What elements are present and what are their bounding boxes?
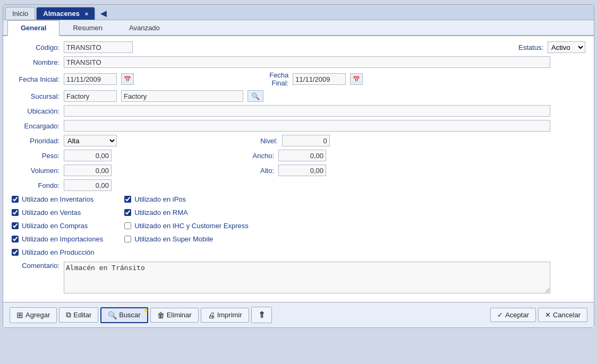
checkbox-ventas-input[interactable] [12, 209, 19, 216]
alto-label: Alto: [248, 167, 274, 175]
comentario-label: Comentario: [12, 262, 59, 270]
encargado-input[interactable] [64, 120, 550, 132]
sucursal-search-btn[interactable]: 🔍 [248, 90, 263, 102]
checkbox-rma-input[interactable] [124, 209, 131, 216]
peso-label: Peso: [12, 152, 59, 160]
up-arrows-icon: ⇑ [258, 310, 265, 320]
checkbox-compras-label: Utilizado en Compras [22, 222, 88, 230]
ubicacion-input[interactable] [64, 105, 550, 117]
agregar-button[interactable]: ⊞ Agregar [10, 307, 57, 323]
checkbox-inventarios-input[interactable] [12, 196, 19, 203]
fecha-inicial-label: Fecha Inicial: [12, 75, 59, 83]
nombre-label: Nombre: [12, 58, 59, 66]
checkbox-importaciones-label: Utilizado en Importaciones [22, 235, 103, 243]
cancelar-x-icon: ✕ [545, 311, 551, 319]
aceptar-label: Aceptar [505, 311, 529, 319]
checkbox-importaciones-input[interactable] [12, 236, 19, 242]
checkbox-importaciones: Utilizado en Importaciones [12, 235, 103, 243]
prioridad-label: Prioridad: [12, 137, 59, 145]
eliminar-label: Eliminar [167, 311, 192, 319]
tab-general-label: General [21, 24, 46, 32]
fondo-label: Fondo: [12, 181, 59, 189]
agregar-label: Agregar [25, 311, 50, 319]
checkbox-inventarios-label: Utilizado en Inventarios [22, 195, 93, 203]
row-ubicacion: Ubicación: [12, 105, 585, 117]
checkbox-ipos-label: Utilizado en iPos [134, 195, 186, 203]
tab-arrow-indicator: ◄ [98, 7, 109, 20]
aceptar-button[interactable]: ✓ Aceptar [490, 308, 536, 322]
aceptar-check-icon: ✓ [497, 311, 503, 319]
editar-button[interactable]: ⧉ Editar [59, 307, 98, 323]
checkbox-ihc: Utilizado en IHC y Customer Express [124, 222, 249, 230]
checkbox-ihc-input[interactable] [124, 222, 131, 229]
section-tabs: General Resumen Avanzado [3, 20, 594, 36]
main-window: Inicio Almacenes × ◄ General Resumen Ava… [3, 4, 594, 328]
row-sucursal: Sucursal: 🔍 [12, 90, 585, 102]
tab-almacenes-label: Almacenes [43, 10, 80, 18]
peso-input[interactable] [64, 150, 112, 161]
alto-input[interactable] [278, 164, 326, 176]
imprimir-icon: 🖨 [208, 311, 215, 319]
nombre-input[interactable] [64, 56, 550, 68]
checkbox-super: Utilizado en Super Mobile [124, 235, 249, 243]
checkbox-super-input[interactable] [124, 236, 131, 242]
checkbox-ventas: Utilizado en Ventas [12, 209, 103, 216]
encargado-label: Encargado: [12, 122, 59, 130]
estatus-label: Estatus: [511, 44, 543, 51]
fecha-final-label: FechaFinal: [251, 71, 288, 87]
row-nombre: Nombre: [12, 56, 585, 68]
row-fondo: Fondo: [12, 179, 585, 191]
prioridad-select[interactable]: Alta Media Baja [64, 135, 117, 146]
checkbox-ipos-input[interactable] [124, 196, 131, 203]
volumen-label: Volumen: [12, 167, 59, 175]
ubicacion-label: Ubicación: [12, 107, 59, 115]
fecha-inicial-calendar-btn[interactable]: 📅 [121, 73, 134, 85]
checkbox-produccion-input[interactable] [12, 249, 19, 256]
checkbox-compras-input[interactable] [12, 222, 19, 229]
up-arrows-button[interactable]: ⇑ [251, 307, 272, 323]
tab-almacenes[interactable]: Almacenes × [36, 7, 95, 20]
checkbox-inventarios: Utilizado en Inventarios [12, 195, 103, 203]
tab-resumen[interactable]: Resumen [59, 20, 116, 35]
cancelar-button[interactable]: ✕ Cancelar [538, 308, 587, 322]
buscar-label: Buscar [119, 311, 140, 319]
row-comentario: Comentario: Almacén en Tránsito [12, 262, 585, 293]
checkbox-rma-label: Utilizado en RMA [134, 209, 187, 216]
ancho-label: Ancho: [248, 152, 274, 160]
buscar-button[interactable]: 🔍 Buscar ✦ [100, 307, 148, 323]
buscar-icon: 🔍 [108, 311, 117, 319]
bottom-toolbar: ⊞ Agregar ⧉ Editar 🔍 Buscar ✦ 🗑 Eliminar… [3, 302, 594, 327]
fecha-final-calendar-btn[interactable]: 📅 [350, 73, 363, 85]
checkbox-ihc-label: Utilizado en IHC y Customer Express [134, 222, 249, 230]
row-prioridad: Prioridad: Alta Media Baja Nivel: [12, 135, 585, 146]
nivel-label: Nivel: [251, 137, 278, 145]
eliminar-button[interactable]: 🗑 Eliminar [150, 308, 199, 323]
nivel-input[interactable] [282, 135, 330, 146]
tab-avanzado[interactable]: Avanzado [116, 20, 173, 35]
ancho-input[interactable] [278, 150, 326, 161]
editar-label: Editar [73, 311, 91, 319]
agregar-icon: ⊞ [16, 310, 23, 320]
fondo-input[interactable] [64, 179, 112, 191]
checkbox-produccion: Utilizado en Producción [12, 248, 103, 256]
tab-close-icon[interactable]: × [85, 11, 88, 17]
sucursal-label: Sucursal: [12, 92, 59, 100]
editar-icon: ⧉ [66, 310, 71, 319]
comentario-textarea[interactable]: Almacén en Tránsito [64, 262, 550, 293]
tab-avanzado-label: Avanzado [129, 24, 160, 32]
row-peso: Peso: Ancho: [12, 150, 585, 161]
checkboxes-right-col: Utilizado en iPos Utilizado en RMA Utili… [124, 195, 249, 258]
fecha-final-input[interactable] [293, 73, 346, 85]
checkbox-super-label: Utilizado en Super Mobile [134, 235, 213, 243]
imprimir-button[interactable]: 🖨 Imprimir [201, 308, 249, 323]
codigo-input[interactable] [64, 41, 133, 53]
estatus-select[interactable]: Activo Inactivo [548, 41, 585, 53]
sucursal-name-input[interactable] [121, 90, 243, 102]
row-fechas: Fecha Inicial: 📅 FechaFinal: 📅 [12, 71, 585, 87]
tab-inicio[interactable]: Inicio [5, 7, 35, 20]
volumen-input[interactable] [64, 164, 112, 176]
fecha-inicial-input[interactable] [64, 73, 117, 85]
eliminar-icon: 🗑 [157, 311, 165, 319]
sucursal-code-input[interactable] [64, 90, 117, 102]
tab-general[interactable]: General [7, 20, 59, 36]
